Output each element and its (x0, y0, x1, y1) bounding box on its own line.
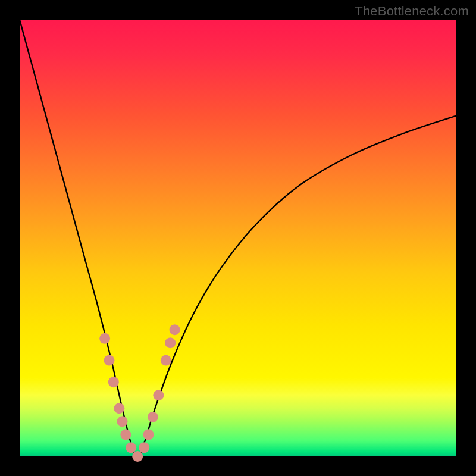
chart-frame: TheBottleneck.com (0, 0, 476, 476)
sample-dot (120, 429, 131, 440)
sample-dot (99, 333, 110, 344)
sample-dot (139, 442, 149, 453)
sample-dot (143, 429, 154, 440)
sample-dot (104, 355, 114, 366)
sample-dot (126, 442, 136, 453)
sample-dot (161, 355, 171, 366)
sample-dot (170, 324, 180, 335)
sample-dot (148, 412, 158, 422)
sample-dot (153, 390, 164, 400)
sample-dot (108, 377, 119, 387)
sample-dot (132, 451, 143, 462)
watermark-text: TheBottleneck.com (355, 4, 469, 19)
plot-area (20, 20, 456, 456)
sample-dot (114, 403, 124, 414)
chart-svg (20, 20, 456, 456)
sample-dot (165, 337, 176, 348)
bottleneck-curve-path (20, 20, 456, 456)
sample-dots-group (99, 324, 180, 462)
sample-dot (117, 416, 127, 427)
